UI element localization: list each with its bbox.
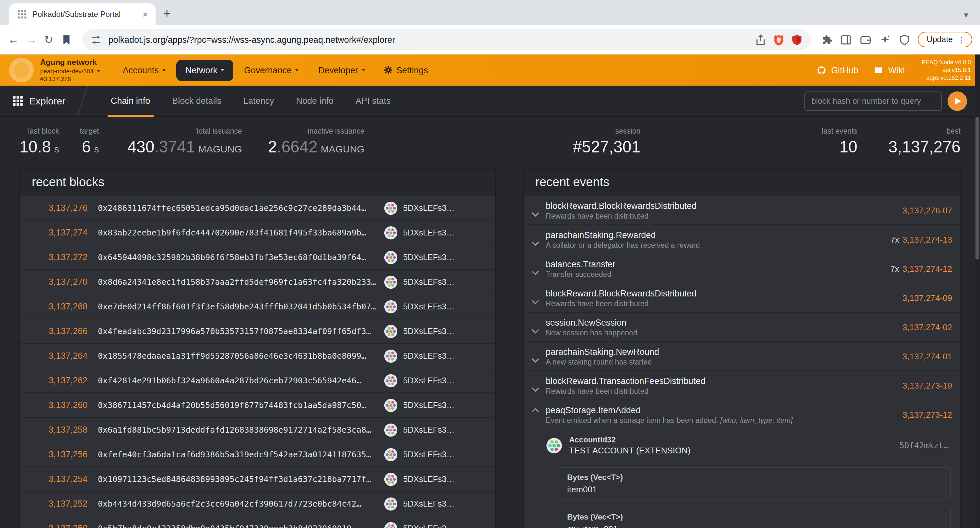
block-number-link[interactable]: 3,137,268 — [29, 301, 88, 311]
network-node: peaq-node-dev/104 — [40, 67, 94, 74]
menu-item[interactable]: Accounts — [114, 59, 175, 81]
identicon — [384, 275, 398, 289]
block-number-link[interactable]: 3,137,266 — [29, 326, 88, 336]
block-number-link[interactable]: 3,137,254 — [29, 474, 88, 484]
event-block-link[interactable]: 3,137,274-02 — [902, 322, 952, 332]
identicon — [384, 373, 398, 388]
adblock-extension-icon[interactable] — [791, 33, 803, 46]
menu-item[interactable]: Developer — [309, 59, 374, 81]
block-number-link[interactable]: 3,137,270 — [29, 277, 88, 287]
account-address-short: 5Df42mkzt… — [899, 440, 948, 450]
chevron-down-icon[interactable] — [531, 237, 539, 242]
block-author[interactable]: 5DXsLEFs3… — [384, 496, 486, 511]
extensions-puzzle-icon[interactable] — [820, 33, 832, 46]
event-block-link[interactable]: 3,137,273-12 — [902, 410, 952, 420]
block-number-link[interactable]: 3,137,264 — [29, 351, 88, 361]
block-author[interactable]: 5DXsLEFs3… — [384, 250, 486, 264]
subnav-tab[interactable]: Node info — [285, 85, 345, 116]
browser-tab[interactable]: Polkadot/Substrate Portal × — [9, 3, 156, 25]
leo-ai-icon[interactable] — [878, 33, 891, 46]
wiki-link[interactable]: Wiki — [874, 65, 905, 75]
menu-item[interactable]: Governance — [235, 59, 308, 81]
chevron-down-icon[interactable] — [531, 266, 539, 271]
block-search-input[interactable] — [804, 91, 942, 111]
browser-tab-strip: Polkadot/Substrate Portal × + ▼ — [0, 0, 980, 25]
block-author-address: 5DXsLEFs3… — [403, 277, 454, 286]
network-selector[interactable]: Agung network peaq-node-dev/104 #3,137,2… — [40, 57, 101, 83]
account-name[interactable]: TEST ACCOUNT (EXTENSION) — [569, 446, 690, 455]
search-go-button[interactable] — [948, 91, 967, 111]
block-number-link[interactable]: 3,137,274 — [29, 228, 88, 238]
block-number-link[interactable]: 3,137,276 — [29, 203, 88, 213]
block-number-link[interactable]: 3,137,272 — [29, 252, 88, 262]
stat-target: target 6s — [80, 127, 99, 156]
event-block-link[interactable]: 3,137,274-01 — [902, 351, 952, 361]
recent-events-list: blockReward.BlockRewardsDistributed Rewa… — [524, 195, 960, 400]
github-label: GitHub — [831, 65, 859, 75]
sidebar-icon[interactable] — [840, 33, 852, 46]
network-name: Agung network — [40, 57, 101, 67]
menu-item-settings[interactable]: Settings — [374, 59, 437, 81]
privacy-shield-icon[interactable] — [898, 33, 910, 46]
menu-item[interactable]: Network — [176, 59, 234, 81]
block-number-link[interactable]: 3,137,250 — [29, 523, 88, 528]
block-author[interactable]: 5DXsLEFs3… — [384, 447, 486, 461]
bookmark-icon[interactable] — [60, 33, 73, 46]
block-author[interactable]: 5DXsLEFs3… — [384, 299, 486, 314]
block-author[interactable]: 5DXsLEFs3… — [384, 423, 486, 437]
block-number-link[interactable]: 3,137,260 — [29, 400, 88, 410]
event-field: Bytes (Vec<T>) item001 — [559, 467, 951, 500]
subnav-tab[interactable]: Block details — [161, 85, 232, 116]
block-author[interactable]: 5DXsLEFs3… — [384, 349, 486, 363]
block-author[interactable]: 5DXsLEFs3… — [384, 225, 486, 240]
tab-close-icon[interactable]: × — [140, 9, 150, 19]
back-icon[interactable]: ← — [8, 34, 19, 45]
chevron-down-icon[interactable] — [531, 207, 539, 213]
browser-menu-kebab-icon[interactable]: ⋮ — [957, 35, 966, 44]
chevron-down-icon[interactable] — [531, 324, 539, 330]
brave-shields-icon[interactable] — [772, 33, 784, 46]
block-author[interactable]: 5DXsLEFs3… — [384, 324, 486, 338]
event-block-link[interactable]: 3,137,274-13 — [902, 234, 952, 244]
share-icon[interactable] — [754, 33, 767, 46]
block-number-link[interactable]: 3,137,262 — [29, 376, 88, 385]
block-number-link[interactable]: 3,137,256 — [29, 450, 88, 459]
event-block-link[interactable]: 3,137,273-19 — [902, 380, 952, 390]
event-text: balances.Transfer Transfer succeeded — [546, 259, 884, 278]
browser-update-button[interactable]: Update ⋮ — [918, 32, 972, 47]
subnav-tab-label: API stats — [355, 96, 390, 105]
event-block-link[interactable]: 3,137,274-12 — [902, 264, 952, 273]
block-author[interactable]: 5DXsLEFs3… — [384, 373, 486, 388]
forward-icon[interactable]: → — [26, 34, 37, 45]
address-bar[interactable]: polkadot.js.org/apps/?rpc=wss://wss-asyn… — [83, 29, 811, 50]
network-logo[interactable] — [9, 58, 34, 82]
wallet-icon[interactable] — [859, 33, 872, 46]
block-number-link[interactable]: 3,137,258 — [29, 425, 88, 435]
section-explorer[interactable]: Explorer — [13, 95, 65, 106]
identicon — [384, 201, 398, 215]
block-author[interactable]: 5DXsLEFs3… — [384, 201, 486, 215]
event-block-link[interactable]: 3,137,274-09 — [902, 293, 952, 303]
block-author-address: 5DXsLEFs3… — [403, 253, 454, 262]
github-link[interactable]: GitHub — [817, 65, 859, 75]
block-number-link[interactable]: 3,137,252 — [29, 499, 88, 509]
tab-search-chevron-icon[interactable]: ▼ — [963, 11, 970, 19]
block-author[interactable]: 5DXsLEFs3… — [384, 521, 486, 528]
block-author[interactable]: 5DXsLEFs3… — [384, 472, 486, 486]
chevron-up-icon[interactable] — [531, 412, 539, 417]
event-block-link[interactable]: 3,137,276-07 — [902, 205, 952, 215]
event-description: Rewards have been distributed — [546, 387, 896, 395]
scrollbar-thumb[interactable] — [975, 117, 979, 260]
block-author[interactable]: 5DXsLEFs3… — [384, 398, 486, 412]
subnav-tab[interactable]: Chain info — [100, 85, 161, 116]
chevron-down-icon[interactable] — [531, 295, 539, 300]
block-row: 3,137,252 0xb4434d433d9d65a6cf2c3cc69a04… — [20, 491, 495, 516]
subnav-tab[interactable]: API stats — [345, 85, 401, 116]
new-tab-button[interactable]: + — [163, 6, 170, 21]
chevron-down-icon[interactable] — [531, 354, 539, 359]
reload-icon[interactable]: ↻ — [44, 34, 54, 45]
subnav-tab[interactable]: Latency — [232, 85, 285, 116]
site-settings-icon[interactable] — [91, 33, 103, 46]
chevron-down-icon[interactable] — [531, 383, 539, 388]
block-author[interactable]: 5DXsLEFs3… — [384, 275, 486, 289]
